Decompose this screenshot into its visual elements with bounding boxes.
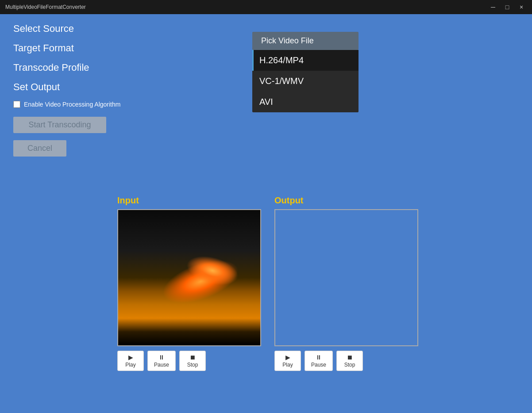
output-stop-button[interactable]: ⏹ Stop (336, 351, 363, 371)
input-section: Input ▶ Play ⏸ Pause ⏹ Stop (117, 195, 261, 371)
input-controls: ▶ Play ⏸ Pause ⏹ Stop (117, 351, 206, 371)
output-video-frame (274, 209, 418, 346)
dropdown-option-avi[interactable]: AVI (252, 92, 359, 112)
output-pause-icon: ⏸ (316, 354, 322, 361)
dropdown-option-h264[interactable]: H.264/MP4 (252, 50, 359, 71)
nav-set-output[interactable]: Set Output (13, 81, 128, 93)
window-title: MultipleVideoFileFormatConverter (5, 4, 86, 10)
stop-icon: ⏹ (189, 354, 196, 361)
nav-target-format[interactable]: Target Format (13, 42, 128, 54)
maximize-button[interactable]: □ (502, 2, 513, 12)
start-transcoding-button[interactable]: Start Transcoding (13, 117, 106, 133)
output-section-label: Output (274, 195, 304, 206)
input-video-thumbnail (118, 210, 260, 345)
input-video-frame (117, 209, 261, 346)
pause-icon: ⏸ (158, 354, 165, 361)
input-stop-label: Stop (187, 362, 198, 368)
close-button[interactable]: × (516, 2, 527, 12)
window-controls: ─ □ × (488, 2, 527, 12)
dropdown-area: Pick Video File H.264/MP4 VC-1/WMV AVI (252, 32, 359, 112)
play-icon: ▶ (128, 354, 133, 361)
output-stop-icon: ⏹ (347, 354, 353, 361)
checkbox-row: Enable Video Processing Algorithm (13, 101, 128, 108)
input-play-label: Play (125, 362, 135, 368)
dropdown-option-vc1[interactable]: VC-1/WMV (252, 71, 359, 92)
output-controls: ▶ Play ⏸ Pause ⏹ Stop (274, 351, 363, 371)
panels-row: Input ▶ Play ⏸ Pause ⏹ Stop (117, 195, 418, 371)
enable-algorithm-checkbox[interactable] (13, 101, 20, 108)
input-section-label: Input (117, 195, 139, 206)
output-play-label: Play (282, 362, 293, 368)
main-content: Select Source Target Format Transcode Pr… (0, 14, 532, 413)
output-section: Output ▶ Play ⏸ Pause ⏹ Stop (274, 195, 418, 371)
title-bar: MultipleVideoFileFormatConverter ─ □ × (0, 0, 532, 14)
checkbox-label: Enable Video Processing Algorithm (24, 101, 120, 108)
output-play-icon: ▶ (285, 354, 290, 361)
input-stop-button[interactable]: ⏹ Stop (179, 351, 206, 371)
output-pause-button[interactable]: ⏸ Pause (305, 351, 333, 371)
cancel-button[interactable]: Cancel (13, 140, 66, 157)
left-panel: Select Source Target Format Transcode Pr… (13, 23, 128, 157)
minimize-button[interactable]: ─ (488, 2, 498, 12)
input-pause-label: Pause (154, 362, 169, 368)
output-stop-label: Stop (344, 362, 355, 368)
output-pause-label: Pause (311, 362, 326, 368)
input-play-button[interactable]: ▶ Play (117, 351, 144, 371)
dropdown-menu: H.264/MP4 VC-1/WMV AVI (252, 50, 359, 112)
output-play-button[interactable]: ▶ Play (274, 351, 301, 371)
pick-video-button[interactable]: Pick Video File (252, 32, 359, 50)
input-pause-button[interactable]: ⏸ Pause (147, 351, 176, 371)
nav-transcode-profile[interactable]: Transcode Profile (13, 62, 128, 73)
nav-select-source[interactable]: Select Source (13, 23, 128, 34)
